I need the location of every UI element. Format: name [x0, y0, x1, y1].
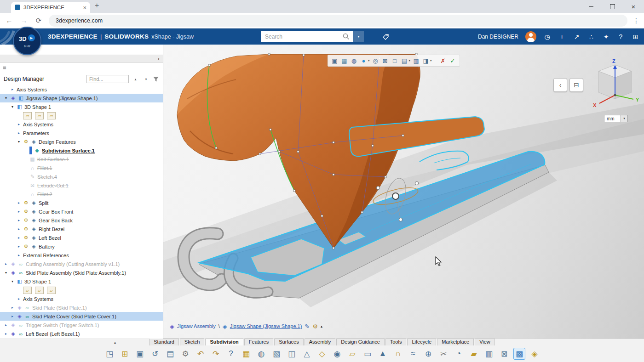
window-close-button[interactable]: ×: [623, 0, 644, 13]
tab-subdivision[interactable]: Subdivision: [205, 338, 243, 345]
save-button[interactable]: ▣: [134, 348, 146, 360]
breadcrumb-current-link[interactable]: Jigsaw Shape (Jigsaw Shape.1): [230, 323, 302, 329]
user-avatar[interactable]: [525, 31, 536, 42]
expand-arrow-icon[interactable]: ▸: [10, 305, 15, 310]
units-dropdown[interactable]: mm ▾: [604, 115, 628, 122]
subdivision-cage-button[interactable]: ▩: [513, 348, 525, 360]
split-face-button[interactable]: ⊠: [498, 348, 510, 360]
collapse-arrow-icon[interactable]: ▾: [4, 271, 8, 275]
share-button[interactable]: ◳: [104, 348, 115, 360]
edit-feature-icon[interactable]: ✎: [305, 323, 310, 330]
collapse-panel-icon[interactable]: ‹: [158, 56, 160, 62]
extrude-button[interactable]: ▲: [377, 348, 389, 360]
collapse-arrow-icon[interactable]: ▾: [17, 140, 21, 144]
pyramid-button[interactable]: △: [301, 348, 313, 360]
collapse-arrow-icon[interactable]: ▾: [10, 105, 15, 109]
find-next-icon[interactable]: ▾: [142, 75, 150, 83]
sphere-button[interactable]: ◍: [255, 348, 267, 360]
tree-item-external-references[interactable]: ▸External References: [0, 251, 163, 260]
tree-item-right-bezel[interactable]: ▸⚙◈Right Bezel: [0, 225, 163, 233]
display-mode-dropdown-icon[interactable]: ▾: [430, 59, 432, 62]
layer-filter-dropdown-icon[interactable]: ▾: [409, 59, 411, 62]
expand-arrow-icon[interactable]: ▸: [4, 323, 8, 327]
new-content-button[interactable]: ⊞: [119, 348, 131, 360]
tab-standard[interactable]: Standard: [149, 338, 179, 345]
quarter-view-button[interactable]: ◔: [453, 348, 465, 360]
tree-item-fillet-2[interactable]: ∩Fillet.2: [0, 190, 163, 198]
filter-icon[interactable]: [153, 76, 159, 82]
tree-item-cutting-assembly-cutting-assembly-v1-1[interactable]: ▸◈∞Cutting Assembly (Cutting Assembly v1…: [0, 260, 163, 268]
collapse-arrow-icon[interactable]: ▾: [10, 279, 15, 283]
tab-tools[interactable]: Tools: [385, 338, 407, 345]
tree-item-skid-plate-skid-plate-1[interactable]: ▸◈∞Skid Plate (Skid Plate.1): [0, 303, 163, 312]
tab-surfaces[interactable]: Surfaces: [274, 338, 303, 345]
find-previous-icon[interactable]: ▴: [132, 75, 139, 83]
add-icon[interactable]: +: [558, 33, 566, 40]
torus-button[interactable]: ◉: [331, 348, 343, 360]
window-maximize-button[interactable]: [602, 0, 623, 13]
expand-arrow-icon[interactable]: ▸: [4, 262, 8, 266]
plane-zx-icon[interactable]: ▱: [47, 112, 56, 119]
expand-arrow-icon[interactable]: ▸: [17, 236, 21, 240]
viewport[interactable]: ▣▦◍●▾◎⊠□▤▾▥◨▾✗✓ ‹ ⊟ Z X Y mm ▾ ◈ Jigsaw …: [163, 45, 644, 339]
expand-arrow-icon[interactable]: ▸: [10, 87, 15, 91]
tree-item-axis-systems[interactable]: ▸Axis Systems: [0, 294, 163, 303]
snap-button[interactable]: ⊠: [381, 57, 389, 64]
expand-arrow-icon[interactable]: ▸: [17, 122, 21, 126]
tab-assembly[interactable]: Assembly: [305, 338, 336, 345]
plane-xy-icon[interactable]: ▱: [23, 287, 32, 294]
thicken-button[interactable]: ▰: [468, 348, 480, 360]
tree-item-split[interactable]: ▸⚙◈Split: [0, 198, 163, 207]
tree-item-fillet-1[interactable]: ∩Fillet.1: [0, 164, 163, 172]
tree-item-parameters[interactable]: ▸Parameters: [0, 129, 163, 137]
box-button[interactable]: ▧: [270, 348, 282, 360]
tree-item-3d-shape-1[interactable]: ▾◧3D Shape 1: [0, 102, 163, 111]
search-options-dropdown[interactable]: ▾: [353, 31, 364, 42]
tree-item-ref-planes[interactable]: ▱▱▱: [0, 286, 163, 294]
tree-item-gear-box-front[interactable]: ▸⚙◈Gear Box Front: [0, 207, 163, 216]
trim-button[interactable]: ✂: [437, 348, 449, 360]
vertex-color-dropdown-icon[interactable]: ▾: [368, 59, 370, 62]
tree-item-design-features[interactable]: ▾⚙◈Design Features: [0, 137, 163, 146]
fillet-button[interactable]: ∩: [392, 348, 404, 360]
manipulator-handle[interactable]: [415, 182, 419, 185]
expand-arrow-icon[interactable]: ▸: [4, 332, 8, 336]
tab-marketplace[interactable]: Marketplace: [437, 338, 474, 345]
tree-item-jigsaw-shape-jigsaw-shape-1[interactable]: ▾◈◧Jigsaw Shape (Jigsaw Shape.1): [0, 94, 163, 102]
shaded-view-button[interactable]: ◍: [350, 57, 358, 64]
settings-button[interactable]: ⚙: [179, 348, 191, 360]
zoom-area-button[interactable]: ◎: [372, 57, 380, 64]
tree-item-skid-plate-assembly-skid-plate-assembly-1[interactable]: ▾◈∞Skid Plate Assembly (Skid Plate Assem…: [0, 268, 163, 277]
tree-item-left-bezel[interactable]: ▸⚙◈Left Bezel: [0, 233, 163, 242]
face-button[interactable]: ▭: [362, 348, 374, 360]
vertex-color-button[interactable]: ●▾: [360, 57, 370, 64]
help-button[interactable]: ?: [225, 348, 237, 360]
abort-button[interactable]: ✗: [439, 57, 447, 64]
expand-arrow-icon[interactable]: ▸: [10, 314, 15, 318]
primitives-button[interactable]: ▦: [240, 348, 252, 360]
pattern-button[interactable]: ▥: [483, 348, 495, 360]
tree-item-battery[interactable]: ▸⚙◈Battery: [0, 242, 163, 251]
tree-item-axis-systems[interactable]: ▸Axis Systems: [0, 85, 163, 94]
tree-item-sketch-4[interactable]: ✎Sketch.4: [0, 172, 163, 181]
tree-item-extrude-cut-1[interactable]: ⊠Extrude-Cut.1: [0, 181, 163, 190]
tree-item-subdivision-surface-1[interactable]: ◆Subdivision Surface.1: [0, 146, 163, 155]
validate-button[interactable]: ✓: [449, 57, 457, 64]
expand-arrow-icon[interactable]: ▸: [17, 201, 21, 205]
tree-item-ref-planes[interactable]: ▱▱▱: [0, 111, 163, 120]
axis-system-button[interactable]: ◇: [316, 348, 328, 360]
plane-zx-icon[interactable]: ▱: [47, 287, 56, 294]
combine-button[interactable]: ⊕: [422, 348, 434, 360]
collaborate-icon[interactable]: ∴: [587, 33, 595, 40]
undo-button[interactable]: ↶: [195, 348, 207, 360]
frame-display-button[interactable]: ▦: [340, 57, 348, 64]
expand-arrow-icon[interactable]: ▸: [17, 297, 21, 301]
breadcrumb-root-link[interactable]: Jigsaw Assembly: [177, 323, 216, 329]
units-dropdown-arrow-icon[interactable]: ▾: [621, 115, 627, 122]
panel-back-button[interactable]: ‹: [553, 78, 567, 92]
tab-features[interactable]: Features: [244, 338, 273, 345]
tab-lifecycle[interactable]: Lifecycle: [407, 338, 436, 345]
search-icon[interactable]: [343, 33, 350, 40]
apps-grid-icon[interactable]: ⊞: [632, 33, 639, 40]
expand-arrow-icon[interactable]: ▸: [17, 253, 21, 257]
